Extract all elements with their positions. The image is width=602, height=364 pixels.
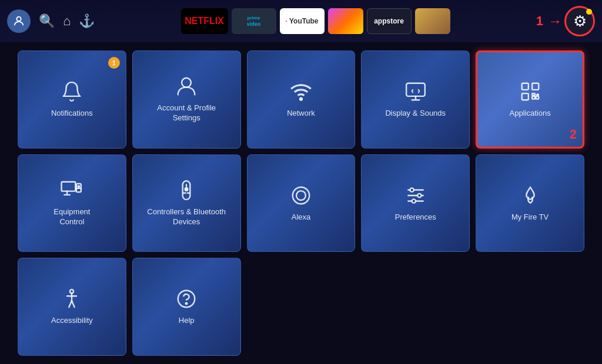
svg-rect-8 [521,93,528,100]
settings-grid: 1 Notifications Account & ProfileSetting… [0,42,602,364]
svg-point-16 [78,186,80,187]
search-icon[interactable]: 🔍 [39,14,55,29]
preferences-label: Preferences [395,213,436,223]
svg-point-20 [185,188,188,191]
firetv-icon [519,184,541,207]
svg-line-34 [69,301,72,307]
tile-alexa[interactable]: Alexa [247,154,356,252]
home-icon[interactable]: ⌂ [63,14,71,29]
bookmark-icon[interactable]: ⚓ [79,14,95,29]
wifi-icon [290,80,312,103]
accessibility-icon [61,288,83,310]
arrow-right-icon: → [548,13,562,29]
account-label: Account & ProfileSettings [157,103,216,123]
app-youtube[interactable]: YouTube [280,8,325,34]
svg-rect-6 [521,83,528,90]
svg-point-24 [296,191,306,200]
app-thumbnail[interactable] [415,8,450,34]
tile-display[interactable]: Display & Sounds [361,50,470,149]
svg-point-4 [300,98,302,100]
app-netflix[interactable]: NETFLIX [181,8,228,34]
tile-account[interactable]: Account & ProfileSettings [132,50,241,149]
remote-icon [175,179,198,201]
sliders-icon [404,184,427,207]
svg-rect-7 [532,83,539,90]
app-prime[interactable]: prime video [232,8,276,34]
step-1-label: 1 [536,14,543,29]
alexa-label: Alexa [292,213,311,223]
help-label: Help [179,316,195,326]
svg-point-37 [186,303,188,305]
svg-point-0 [16,17,21,21]
controllers-label: Controllers & BluetoothDevices [147,207,226,227]
top-bar: 🔍 ⌂ ⚓ NETFLIX prime video YouTube appsto… [0,0,602,42]
avatar[interactable] [7,9,31,33]
accessibility-label: Accessibility [51,316,93,326]
svg-rect-11 [532,93,535,95]
notification-badge: 1 [108,57,120,69]
svg-line-35 [72,301,75,307]
tile-preferences[interactable]: Preferences [361,154,470,252]
bell-icon [61,80,83,103]
svg-rect-14 [62,182,76,191]
alexa-icon [290,184,312,207]
settings-gear-button[interactable]: ⚙ [564,6,595,36]
step-2-label: 2 [570,127,577,142]
svg-rect-10 [536,96,539,99]
display-label: Display & Sounds [385,109,446,119]
svg-point-30 [412,199,415,203]
myfiretv-label: My Fire TV [511,213,549,223]
tile-help[interactable]: Help [132,258,241,356]
apps-icon [519,80,541,103]
monitor-icon [61,179,83,201]
svg-rect-9 [532,96,535,99]
app-appstore[interactable]: appstore [367,8,412,34]
tile-myfiretv[interactable]: My Fire TV [476,154,584,252]
notifications-label: Notifications [51,109,93,119]
app-bar: NETFLIX prime video YouTube appstore [111,8,519,34]
applications-label: Applications [510,109,551,119]
tile-applications[interactable]: Applications 2 [476,50,584,149]
tile-notifications[interactable]: 1 Notifications [18,50,126,149]
display-icon [404,80,427,103]
svg-point-28 [410,188,413,191]
app-gradient[interactable] [328,8,363,34]
tile-controllers[interactable]: Controllers & BluetoothDevices [132,154,241,252]
equipment-label: EquipmentControl [53,207,90,227]
tile-equipment[interactable]: EquipmentControl [18,154,126,252]
network-label: Network [287,109,315,119]
svg-rect-5 [406,83,425,96]
tile-accessibility[interactable]: Accessibility [18,258,126,356]
tile-network[interactable]: Network [247,50,356,149]
svg-point-3 [182,78,191,87]
top-left-icons: 🔍 ⌂ ⚓ [7,9,95,33]
svg-point-29 [417,193,421,197]
help-icon [175,288,198,310]
svg-point-23 [293,187,310,204]
person-icon [175,75,198,97]
